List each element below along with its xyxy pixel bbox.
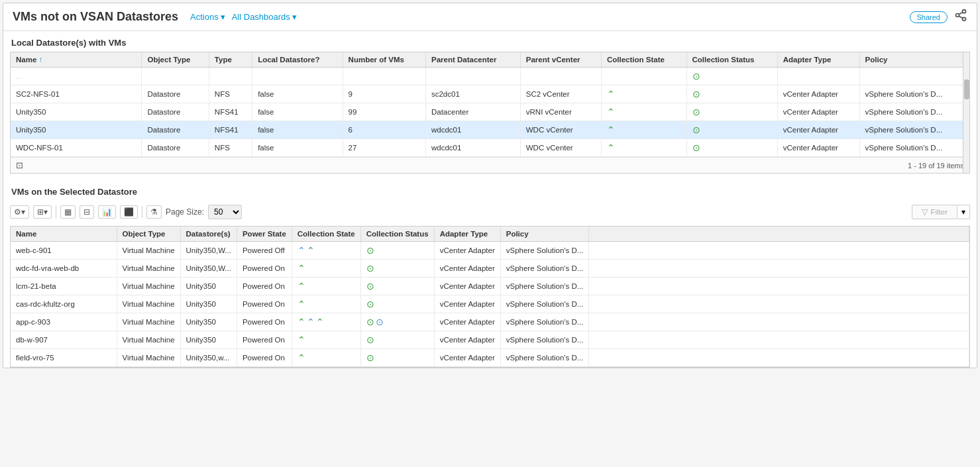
settings-button[interactable]: ⚙ ▾ [10, 205, 29, 219]
col-parent-dc[interactable]: Parent Datacenter [425, 52, 520, 68]
col-type[interactable]: Type [209, 52, 252, 68]
col-col-status[interactable]: Collection Status [686, 52, 777, 68]
s2-col-policy[interactable]: Policy [500, 227, 589, 242]
collection-status-icon: ⊙ [376, 317, 384, 327]
table-row[interactable]: WDC-NFS-01 Datastore NFS false 27 wdcdc0… [11, 139, 969, 157]
collection-state-icon: ⌃ [298, 299, 305, 309]
collection-state-icon: ⌃ [298, 245, 305, 256]
col-local-datastore[interactable]: Local Datastore? [252, 52, 343, 68]
collection-status-icon: ⊙ [692, 89, 700, 99]
table-row[interactable]: wdc-fd-vra-web-db Virtual Machine Unity3… [11, 260, 969, 278]
actions-button[interactable]: Actions ▾ [190, 12, 225, 22]
collection-state-icon: ⌃ [307, 317, 315, 327]
scrollbar-thumb-1[interactable] [964, 79, 969, 99]
all-dashboards-button[interactable]: All Dashboards ▾ [232, 12, 297, 22]
shared-badge[interactable]: Shared [910, 11, 948, 23]
share-icon[interactable] [954, 9, 967, 25]
col-parent-vc[interactable]: Parent vCenter [520, 52, 601, 68]
collection-state-icon: ⌃ [298, 263, 305, 274]
page-header: VMs not on VSAN Datastores Actions ▾ All… [3, 3, 977, 31]
section1-table-wrapper: Name ↑ Object Type Type Local Datastore?… [10, 52, 970, 174]
collection-icons: ⊙ ⊙ [366, 317, 429, 327]
section1-footer: ⊡ 1 - 19 of 19 items [11, 157, 969, 173]
columns-icon: ▦ [64, 207, 72, 217]
pagination-info: 1 - 19 of 19 items [908, 162, 964, 170]
table-row[interactable]: SC2-NFS-01 Datastore NFS false 9 sc2dc01… [11, 85, 969, 103]
dashboards-chevron-icon: ▾ [292, 12, 297, 22]
filter-funnel-icon: ▽ [922, 207, 928, 217]
collection-status-icon: ⊙ [366, 335, 374, 345]
section2-toolbar: ⚙ ▾ ⊞ ▾ ▦ ⊟ 📊 ⬛ ⚗ Page S [10, 201, 970, 223]
collection-icons: ⌃ ⌃ ⌃ [298, 317, 355, 327]
header-actions: Actions ▾ All Dashboards ▾ [190, 12, 909, 22]
table-row[interactable]: app-c-903 Virtual Machine Unity350 Power… [11, 313, 969, 331]
gear-icon: ⚙ [14, 207, 21, 217]
col-object-type[interactable]: Object Type [142, 52, 209, 68]
col-name[interactable]: Name ↑ [11, 52, 142, 68]
s2-col-datastores[interactable]: Datastore(s) [180, 227, 237, 242]
actions-chevron-icon: ▾ [221, 12, 225, 22]
page-size-select[interactable]: 50 25 100 [208, 205, 242, 219]
col-num-vms[interactable]: Number of VMs [343, 52, 425, 68]
collection-status-icon: ⊙ [366, 245, 374, 256]
section1-header-row: Name ↑ Object Type Type Local Datastore?… [11, 52, 969, 68]
gear-chevron: ▾ [21, 207, 25, 217]
s2-col-object-type[interactable]: Object Type [117, 227, 180, 242]
table-row[interactable]: db-w-907 Virtual Machine Unity350 Powere… [11, 331, 969, 349]
collection-status-icon: ⊙ [366, 352, 374, 363]
s2-col-extra [589, 227, 969, 242]
filter-dropdown-button[interactable]: ▾ [957, 205, 970, 219]
s2-col-power-state[interactable]: Power State [237, 227, 292, 242]
table-row[interactable]: ... ⊙ [11, 68, 969, 85]
s2-col-col-status[interactable]: Collection Status [360, 227, 434, 242]
section2: VMs on the Selected Datastore ⚙ ▾ ⊞ ▾ ▦ … [3, 180, 977, 368]
filter-button[interactable]: ▽ Filter [912, 205, 957, 219]
header-right: Shared [910, 9, 967, 25]
table-row[interactable]: Unity350 Datastore NFS41 false 99 Datace… [11, 103, 969, 121]
s2-col-adapter-type[interactable]: Adapter Type [434, 227, 500, 242]
svg-line-3 [959, 16, 963, 18]
main-container: VMs not on VSAN Datastores Actions ▾ All… [3, 3, 977, 368]
collection-state-icon: ⌃ [607, 89, 615, 99]
collection-state-icon: ⌃ [298, 335, 305, 345]
table-row[interactable]: web-c-901 Virtual Machine Unity350,W... … [11, 242, 969, 260]
table-row[interactable]: cas-rdc-kfultz-org Virtual Machine Unity… [11, 295, 969, 313]
table-row[interactable]: Unity350 Datastore NFS41 false 6 wdcdc01… [11, 121, 969, 139]
view-icon: ⊞ [37, 207, 44, 217]
collection-state-icon: ⌃ [298, 281, 305, 291]
funnel-icon: ⚗ [150, 207, 158, 217]
collection-state-icon: ⌃ [298, 317, 305, 327]
grid-button[interactable]: ⊟ [80, 205, 94, 219]
section1-title: Local Datastore(s) with VMs [10, 38, 970, 48]
toolbar-sep1 [56, 206, 56, 218]
filter-icon-button[interactable]: ⚗ [146, 205, 162, 219]
export-button[interactable]: ⬛ [120, 205, 138, 219]
col-col-state[interactable]: Collection State [602, 52, 687, 68]
columns-button[interactable]: ▦ [60, 205, 76, 219]
grid-icon: ⊟ [83, 207, 90, 217]
section1-table: Name ↑ Object Type Type Local Datastore?… [11, 52, 969, 157]
section1: Local Datastore(s) with VMs Name ↑ Objec… [3, 31, 977, 174]
s2-col-name[interactable]: Name [11, 227, 117, 242]
view-button[interactable]: ⊞ ▾ [33, 205, 52, 219]
collection-status-icon: ⊙ [366, 281, 374, 291]
expand-icon[interactable]: ⊡ [16, 160, 23, 170]
collection-status-icon: ⊙ [366, 317, 374, 327]
s2-col-col-state[interactable]: Collection State [292, 227, 360, 242]
vertical-scrollbar-1[interactable] [963, 52, 969, 173]
collection-status-icon: ⊙ [692, 142, 700, 153]
collection-state-icon: ⌃ [607, 125, 615, 135]
col-adapter-type[interactable]: Adapter Type [777, 52, 859, 68]
toolbar-sep2 [142, 206, 142, 218]
chart-icon: 📊 [102, 207, 112, 217]
col-policy[interactable]: Policy [859, 52, 969, 68]
table-row[interactable]: field-vro-75 Virtual Machine Unity350,w.… [11, 349, 969, 367]
chart-button[interactable]: 📊 [98, 205, 116, 219]
collection-state-icon: ⌃ [298, 352, 305, 363]
collection-state-icon: ⌃ [316, 317, 324, 327]
table-row[interactable]: lcm-21-beta Virtual Machine Unity350 Pow… [11, 278, 969, 295]
collection-state-icon: ⌃ [307, 245, 315, 256]
collection-status-icon: ⊙ [692, 125, 700, 135]
section2-table: Name Object Type Datastore(s) Power Stat… [11, 227, 969, 367]
collection-state-icon: ⌃ [607, 142, 615, 153]
